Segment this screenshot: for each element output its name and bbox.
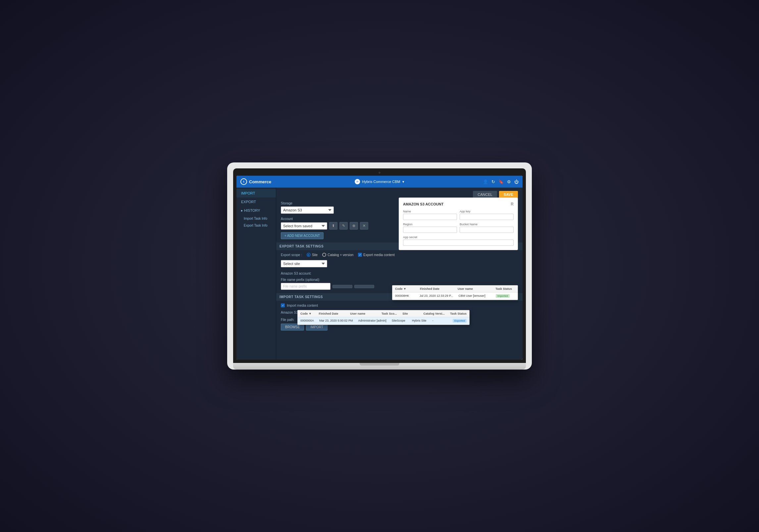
sidebar: IMPORT EXPORT ▸ HISTORY Import Task Info…	[236, 188, 276, 360]
export-scope-row: Export scope : Site Catalog + version ✓	[281, 253, 518, 257]
app-body: IMPORT EXPORT ▸ HISTORY Import Task Info…	[236, 188, 523, 360]
account-action-btn-3[interactable]: ⊕	[350, 222, 358, 230]
cell-code-1-0: 000008HK	[392, 292, 417, 299]
select-site-row: Select site	[281, 260, 518, 267]
import-media-label: Import media content	[287, 304, 318, 307]
media-label: Export media content	[363, 253, 395, 257]
logo-icon: t	[240, 178, 247, 185]
s3-bucket-label: Bucket Name	[460, 223, 514, 226]
status-badge-imported: Imported	[496, 294, 510, 298]
sidebar-item-history[interactable]: ▸ HISTORY	[236, 206, 276, 215]
laptop-base	[233, 363, 526, 370]
sidebar-item-import-task-info[interactable]: Import Task Info	[236, 215, 276, 222]
scope-site-radio[interactable]	[307, 253, 311, 257]
s3-form-grid: Name App key Region	[403, 210, 514, 246]
s3-secret-group: App secret	[403, 236, 514, 246]
cell-scope-2-0: SiteScope	[389, 317, 409, 324]
sidebar-item-export[interactable]: EXPORT	[236, 198, 276, 206]
topbar-right: 👤 ↻ 🔖 ⚙ ⏻	[483, 179, 519, 184]
table-panel-2: Code ▼ Finished Date User name Task Sco.…	[297, 310, 470, 325]
action-bar: CANCEL SAVE	[281, 191, 518, 198]
s3-name-group: Name	[403, 210, 457, 220]
refresh-icon[interactable]: ↻	[491, 179, 495, 184]
sidebar-item-export-task-info[interactable]: Export Task Info	[236, 222, 276, 229]
app-center: ⟳ Hybris Commerce CBM ▾	[355, 179, 404, 184]
camera	[379, 172, 380, 174]
col-catalog-2: Catalog Versi...	[421, 310, 448, 317]
dropdown-arrow-icon[interactable]: ▾	[402, 180, 404, 184]
table-panel-1: Code ▼ Finished Date User name Task Stat…	[392, 285, 518, 300]
app-topbar: t Commerce ⟳ Hybris Commerce CBM ▾ 👤 ↻ 🔖…	[236, 176, 523, 188]
file-name-btn-1[interactable]	[332, 285, 352, 288]
storage-select[interactable]: Amazon S3	[281, 206, 334, 214]
account-select[interactable]: Select from saved	[281, 222, 327, 230]
main-content: CANCEL SAVE Storage Amazon S3	[276, 188, 523, 360]
s3-region-label: Region	[403, 223, 457, 226]
s3-appkey-input[interactable]	[460, 214, 514, 220]
table-2-row-0[interactable]: 0000000A Mar 23, 2020 5:00:02 PM Adminis…	[298, 317, 469, 325]
add-account-button[interactable]: + ADD NEW ACCOUNT	[281, 232, 324, 239]
screen-bezel: t Commerce ⟳ Hybris Commerce CBM ▾ 👤 ↻ 🔖…	[233, 168, 526, 363]
bookmark-icon[interactable]: 🔖	[498, 179, 504, 184]
s3-name-input[interactable]	[403, 214, 457, 220]
cell-status-2-0: Exported	[450, 317, 469, 324]
save-button[interactable]: SAVE	[499, 191, 518, 198]
scope-catalog-radio[interactable]	[322, 253, 326, 257]
account-action-btn-2[interactable]: ✎	[339, 222, 348, 230]
col-scope-2: Task Sco...	[379, 310, 400, 317]
scope-catalog-label: Catalog + version	[328, 253, 353, 257]
file-name-input[interactable]	[281, 283, 330, 290]
s3-secret-input[interactable]	[403, 240, 514, 246]
app-title: Commerce	[249, 179, 271, 184]
col-finished-1: Finished Date	[417, 286, 455, 292]
s3-name-label: Name	[403, 210, 457, 213]
s3-panel: AMAZON S3 ACCOUNT R Name App key	[399, 198, 518, 250]
file-name-btn-2[interactable]	[354, 285, 374, 288]
user-icon[interactable]: 👤	[483, 179, 488, 184]
col-code-1: Code ▼	[392, 286, 417, 292]
col-status-1: Task Status	[493, 286, 518, 292]
center-label: Hybris Commerce CBM	[362, 180, 400, 184]
scope-label: Export scope :	[281, 253, 302, 257]
col-finished-2: Finished Date	[316, 310, 347, 317]
cell-finished-1-0: Jul 23, 2020 12:33:29 P...	[417, 292, 456, 299]
sidebar-item-import[interactable]: IMPORT	[236, 189, 276, 198]
scope-site-option[interactable]: Site	[307, 253, 318, 257]
col-code-2: Code ▼	[298, 310, 316, 317]
laptop-container: t Commerce ⟳ Hybris Commerce CBM ▾ 👤 ↻ 🔖…	[227, 162, 532, 370]
s3-bucket-input[interactable]	[460, 227, 514, 233]
import-media-row: ✓ Import media content	[281, 303, 518, 307]
cell-catalog-2-0: -	[430, 317, 450, 324]
scope-site-label: Site	[312, 253, 318, 257]
col-status-2: Task Status	[447, 310, 469, 317]
cell-user-2-0: Administrator [admin]	[356, 317, 389, 324]
account-action-btn-4[interactable]: ✕	[360, 222, 368, 230]
amazon-s3-label: Amazon S3 account:	[281, 272, 311, 275]
col-user-1: User name	[455, 286, 493, 292]
cell-user-1-0: CBM User [iemuser]	[456, 292, 493, 299]
s3-region-input[interactable]	[403, 227, 457, 233]
scope-catalog-option[interactable]: Catalog + version	[322, 253, 353, 257]
s3-panel-title: AMAZON S3 ACCOUNT R	[403, 202, 514, 206]
cell-code-2-0: 0000000A	[298, 317, 317, 324]
s3-appkey-group: App key	[460, 210, 514, 220]
s3-bucket-group: Bucket Name	[460, 223, 514, 233]
settings-icon[interactable]: ⚙	[507, 179, 511, 184]
media-checkbox[interactable]: ✓	[358, 253, 362, 257]
table-2-header: Code ▼ Finished Date User name Task Sco.…	[298, 310, 469, 317]
cancel-button[interactable]: CANCEL	[473, 191, 497, 198]
media-checkbox-option[interactable]: ✓ Export media content	[358, 253, 395, 257]
site-select[interactable]: Select site	[281, 260, 327, 267]
import-media-checkbox[interactable]: ✓	[281, 303, 285, 307]
power-icon[interactable]: ⏻	[514, 179, 519, 184]
col-user-2: User name	[347, 310, 379, 317]
account-action-btn-1[interactable]: ⬆	[329, 222, 337, 230]
amazon-s3-account-row: Amazon S3 account:	[281, 270, 518, 276]
table-1-header: Code ▼ Finished Date User name Task Stat…	[392, 286, 518, 292]
col-site-2: Site	[400, 310, 421, 317]
s3-panel-close-btn[interactable]: R	[511, 202, 514, 206]
s3-region-group: Region	[403, 223, 457, 233]
table-1-row-0[interactable]: 000008HK Jul 23, 2020 12:33:29 P... CBM …	[392, 292, 518, 300]
center-icon: ⟳	[355, 179, 360, 184]
cell-site-2-0: Hybris Site	[409, 317, 430, 324]
